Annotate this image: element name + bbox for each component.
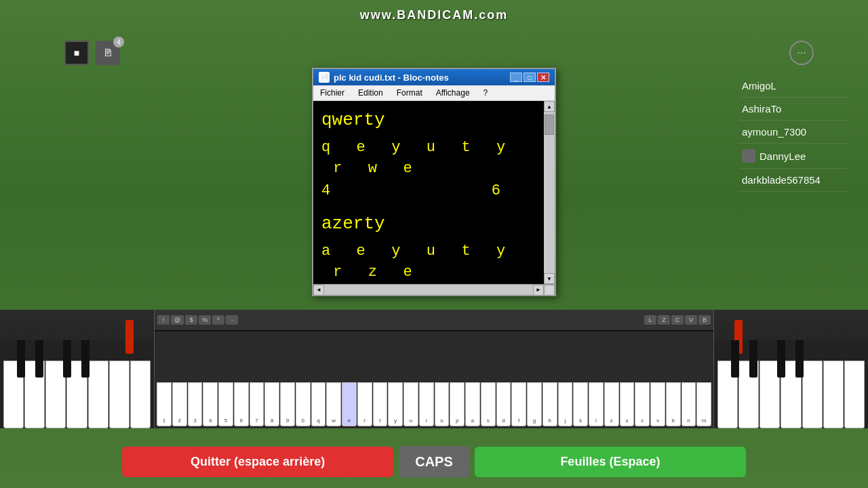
menu-format[interactable]: Format: [393, 87, 427, 99]
piano-key[interactable]: [717, 361, 738, 428]
key-m[interactable]: m: [696, 382, 711, 426]
titlebar-buttons: _ □ ✕: [510, 73, 549, 82]
key-h[interactable]: h: [542, 382, 557, 426]
notification-icon[interactable]: 🖹 4: [96, 41, 120, 65]
notepad-scrollbar-horizontal[interactable]: ◄ ►: [313, 284, 555, 295]
key-1[interactable]: 1: [157, 382, 172, 426]
key-b[interactable]: b: [666, 382, 681, 426]
special-keys-row: ! @ $ % ^ · L Z C V B: [155, 310, 713, 331]
key-a[interactable]: a: [465, 382, 480, 426]
text-qwerty-keys: q e y u t y r w e: [321, 138, 541, 180]
right-key-B[interactable]: B: [698, 315, 711, 325]
close-button[interactable]: ✕: [537, 73, 549, 82]
notepad-scrollbar-vertical[interactable]: ▲ ▼: [544, 101, 555, 284]
key-q[interactable]: q: [311, 382, 326, 426]
key-o[interactable]: o: [435, 382, 450, 426]
key-e[interactable]: e: [342, 382, 357, 426]
right-key-V[interactable]: V: [685, 315, 697, 325]
special-key-dollar[interactable]: $: [185, 315, 197, 325]
player-name: AshiraTo: [742, 103, 781, 115]
quit-button[interactable]: Quitter (espace arrière): [122, 447, 393, 477]
key-3[interactable]: 3: [188, 382, 203, 426]
key-f[interactable]: f: [511, 382, 526, 426]
piano-key[interactable]: [760, 361, 780, 428]
notepad-icon: 📄: [319, 72, 330, 83]
player-name: darkblade567854: [742, 174, 821, 186]
text-qwerty-numbers: 4 6: [321, 181, 541, 202]
key-8[interactable]: 8: [264, 382, 279, 426]
piano-key[interactable]: [109, 361, 130, 428]
piano-key[interactable]: [823, 361, 844, 428]
menu-affichage[interactable]: Affichage: [432, 87, 474, 99]
key-r[interactable]: r: [357, 382, 372, 426]
right-key-Z[interactable]: Z: [658, 315, 670, 325]
piano-key[interactable]: [130, 361, 151, 428]
sidebar-item-aymoun: aymoun_7300: [739, 121, 848, 144]
menu-fichier[interactable]: Fichier: [316, 87, 349, 99]
menu-icon[interactable]: ···: [789, 41, 814, 65]
special-key-exclaim[interactable]: !: [157, 315, 170, 325]
sidebar-item-ashirato: AshiraTo: [739, 98, 848, 121]
key-4[interactable]: 4: [203, 382, 218, 426]
notification-badge: 4: [113, 37, 124, 47]
key-9[interactable]: 9: [280, 382, 295, 426]
special-key-caret[interactable]: ^: [212, 315, 224, 325]
special-key-dot[interactable]: ·: [226, 315, 238, 325]
key-s[interactable]: s: [481, 382, 496, 426]
scroll-h-track: [324, 285, 533, 295]
feuilles-button[interactable]: Feuilles (Espace): [475, 447, 746, 477]
player-name: aymoun_7300: [742, 126, 806, 138]
special-key-percent[interactable]: %: [199, 315, 211, 325]
piano-key[interactable]: [88, 361, 108, 428]
stop-icon[interactable]: ■: [64, 41, 89, 65]
key-z[interactable]: z: [604, 382, 619, 426]
sidebar-item-amigol: AmigoL: [739, 75, 848, 98]
sidebar-item-dannylee: DannyLee: [739, 144, 848, 169]
piano-key[interactable]: [45, 361, 66, 428]
key-c[interactable]: c: [635, 382, 650, 426]
key-5[interactable]: 5: [218, 382, 233, 426]
key-6[interactable]: 6: [234, 382, 249, 426]
key-n[interactable]: n: [682, 382, 696, 426]
key-7[interactable]: 7: [250, 382, 264, 426]
piano-key[interactable]: [781, 361, 801, 428]
key-v[interactable]: v: [650, 382, 665, 426]
piano-key[interactable]: [802, 361, 823, 428]
piano-key[interactable]: [24, 361, 45, 428]
scroll-up-arrow[interactable]: ▲: [544, 101, 555, 112]
text-azerty-keys: a e y u t y r z e: [321, 241, 541, 283]
key-u[interactable]: u: [403, 382, 418, 426]
piano-key[interactable]: [738, 361, 759, 428]
player-icon: [742, 149, 755, 163]
key-i[interactable]: i: [419, 382, 434, 426]
key-j[interactable]: j: [558, 382, 573, 426]
key-g[interactable]: g: [527, 382, 542, 426]
minimize-button[interactable]: _: [510, 73, 522, 82]
maximize-button[interactable]: □: [524, 73, 536, 82]
scroll-down-arrow[interactable]: ▼: [544, 273, 555, 284]
key-l[interactable]: l: [589, 382, 604, 426]
key-k[interactable]: k: [573, 382, 588, 426]
scroll-left-arrow[interactable]: ◄: [313, 285, 324, 296]
menu-edition[interactable]: Edition: [354, 87, 387, 99]
key-d[interactable]: d: [496, 382, 511, 426]
scroll-right-arrow[interactable]: ►: [533, 285, 544, 296]
player-name: AmigoL: [742, 80, 776, 92]
caps-button[interactable]: CAPS: [399, 446, 469, 478]
key-w[interactable]: w: [326, 382, 341, 426]
right-key-C[interactable]: C: [671, 315, 684, 325]
keyboard-area: ! @ $ % ^ · L Z C V B 1 2 3 4 5 6 7 8 9 …: [155, 310, 713, 428]
key-2[interactable]: 2: [172, 382, 187, 426]
piano-key[interactable]: [844, 361, 865, 428]
key-0[interactable]: 0: [296, 382, 311, 426]
key-x[interactable]: x: [620, 382, 635, 426]
piano-key[interactable]: [3, 361, 24, 428]
key-p[interactable]: p: [450, 382, 465, 426]
scroll-thumb[interactable]: [545, 115, 554, 135]
special-key-at[interactable]: @: [171, 315, 184, 325]
menu-help[interactable]: ?: [479, 87, 492, 99]
key-y[interactable]: y: [388, 382, 403, 426]
key-t[interactable]: t: [373, 382, 388, 426]
piano-key[interactable]: [66, 361, 87, 428]
right-key-L[interactable]: L: [644, 315, 656, 325]
